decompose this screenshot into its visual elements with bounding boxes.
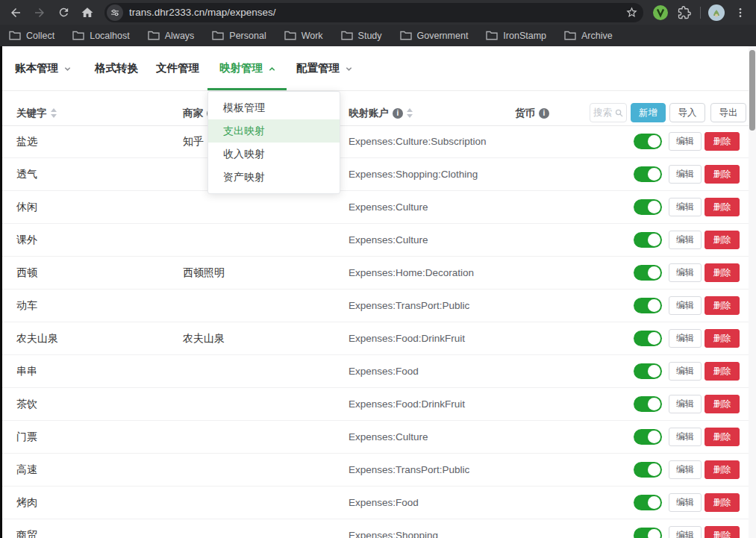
browser-menu-button[interactable] [729, 2, 752, 23]
url-text[interactable]: trans.dhr2333.cn/map/expenses/ [129, 7, 622, 18]
enable-toggle[interactable] [634, 199, 662, 215]
delete-button[interactable]: 删除 [705, 165, 740, 184]
enable-toggle[interactable] [634, 528, 662, 538]
info-icon[interactable]: i [393, 108, 403, 119]
forward-button[interactable] [28, 2, 51, 23]
site-info-icon[interactable] [107, 4, 123, 21]
enable-toggle[interactable] [634, 232, 662, 248]
address-bar[interactable]: trans.dhr2333.cn/map/expenses/ [104, 3, 643, 22]
edit-button[interactable]: 编辑 [669, 526, 702, 538]
edit-button[interactable]: 编辑 [669, 165, 702, 184]
row-account: Expenses:Culture [349, 191, 428, 223]
extensions-menu-button[interactable] [673, 2, 696, 23]
table-row: 茶饮Expenses:Food:DrinkFruit编辑删除 [2, 388, 749, 421]
sort-icon[interactable] [407, 108, 413, 118]
table-header: 关键字 商家 i 映射账户 i 货币 i 搜索 新增 导入 导出 [2, 101, 749, 126]
export-button[interactable]: 导出 [710, 103, 746, 122]
edit-button[interactable]: 编辑 [669, 362, 702, 381]
home-button[interactable] [76, 2, 99, 23]
delete-button[interactable]: 删除 [705, 198, 740, 216]
scrollbar-thumb[interactable] [749, 50, 755, 131]
col-header-keyword[interactable]: 关键字 [16, 101, 57, 125]
bookmark-folder[interactable]: Personal [212, 31, 266, 41]
sort-icon[interactable] [51, 108, 57, 118]
bookmark-folder[interactable]: Localhost [72, 31, 130, 41]
nav-item-3[interactable]: 映射管理 [219, 46, 276, 90]
delete-button[interactable]: 删除 [705, 362, 740, 381]
enable-toggle[interactable] [634, 495, 662, 510]
delete-button[interactable]: 删除 [705, 428, 740, 446]
row-keyword: 动车 [16, 290, 37, 322]
row-account: Expenses:Food:DrinkFruit [349, 388, 465, 420]
bookmark-folder[interactable]: Work [284, 31, 323, 41]
bookmark-folder[interactable]: IronStamp [486, 31, 546, 41]
bookmark-folder[interactable]: Collect [9, 31, 54, 41]
col-header-account[interactable]: 映射账户 i [349, 101, 413, 125]
edit-button[interactable]: 编辑 [669, 132, 702, 151]
back-button[interactable] [4, 2, 27, 23]
enable-toggle[interactable] [634, 331, 662, 346]
profile-avatar[interactable] [705, 2, 728, 23]
edit-button[interactable]: 编辑 [669, 460, 702, 479]
enable-toggle[interactable] [634, 396, 662, 412]
nav-item-2[interactable]: 文件管理 [156, 46, 199, 90]
add-button[interactable]: 新增 [631, 103, 666, 122]
row-keyword: 烤肉 [16, 487, 37, 519]
bookmark-folder[interactable]: Archive [564, 31, 613, 41]
reload-button[interactable] [52, 2, 75, 23]
enable-toggle[interactable] [634, 363, 662, 379]
edit-button[interactable]: 编辑 [669, 493, 702, 512]
enable-toggle[interactable] [634, 298, 662, 313]
search-button[interactable]: 搜索 [590, 103, 627, 122]
bookmark-folder[interactable]: Government [400, 31, 469, 41]
nav-item-label: 格式转换 [95, 61, 138, 75]
delete-button[interactable]: 删除 [705, 395, 740, 413]
enable-toggle[interactable] [634, 265, 662, 281]
enable-toggle[interactable] [634, 166, 662, 182]
bookmark-folder[interactable]: Always [148, 31, 195, 41]
enable-toggle[interactable] [634, 462, 662, 478]
page-scrollbar[interactable] [749, 46, 756, 538]
enable-toggle[interactable] [634, 134, 662, 149]
bookmark-star-icon[interactable] [622, 4, 640, 22]
menu-dots-icon [734, 7, 746, 19]
dropdown-item-1[interactable]: 支出映射 [208, 119, 340, 143]
info-icon[interactable]: i [539, 108, 549, 119]
extension-button[interactable] [649, 2, 672, 23]
nav-item-0[interactable]: 账本管理 [15, 46, 72, 90]
dropdown-item-2[interactable]: 收入映射 [208, 143, 340, 166]
delete-button[interactable]: 删除 [705, 263, 740, 282]
nav-item-1[interactable]: 格式转换 [95, 46, 138, 90]
row-keyword: 串串 [16, 355, 37, 387]
enable-toggle[interactable] [634, 429, 662, 445]
edit-button[interactable]: 编辑 [669, 263, 702, 282]
delete-button[interactable]: 删除 [705, 493, 740, 512]
edit-button[interactable]: 编辑 [669, 329, 702, 348]
dropdown-item-0[interactable]: 模板管理 [208, 96, 340, 119]
delete-button[interactable]: 删除 [705, 460, 740, 479]
dropdown-item-3[interactable]: 资产映射 [208, 166, 340, 189]
delete-button[interactable]: 删除 [705, 526, 740, 538]
reload-icon [57, 6, 70, 19]
edit-button[interactable]: 编辑 [669, 428, 702, 446]
delete-button[interactable]: 删除 [705, 329, 740, 348]
row-account: Expenses:Food:DrinkFruit [349, 322, 465, 354]
edit-button[interactable]: 编辑 [669, 296, 702, 315]
edit-button[interactable]: 编辑 [669, 395, 702, 413]
row-merchant: 西顿照明 [183, 257, 225, 289]
row-keyword: 休闲 [16, 191, 37, 223]
nav-item-4[interactable]: 配置管理 [296, 46, 353, 90]
edit-button[interactable]: 编辑 [669, 231, 702, 249]
row-keyword: 商贸 [16, 519, 37, 538]
toggle-knob [648, 168, 660, 181]
edit-button[interactable]: 编辑 [669, 198, 702, 216]
delete-button[interactable]: 删除 [705, 132, 740, 151]
avatar-icon [707, 4, 725, 22]
nav-item-label: 映射管理 [219, 61, 263, 75]
delete-button[interactable]: 删除 [705, 231, 740, 249]
delete-button[interactable]: 删除 [705, 296, 740, 315]
import-button[interactable]: 导入 [669, 103, 705, 122]
search-button-label: 搜索 [593, 107, 612, 119]
row-account: Expenses:Culture [349, 224, 428, 256]
bookmark-folder[interactable]: Study [341, 31, 382, 41]
